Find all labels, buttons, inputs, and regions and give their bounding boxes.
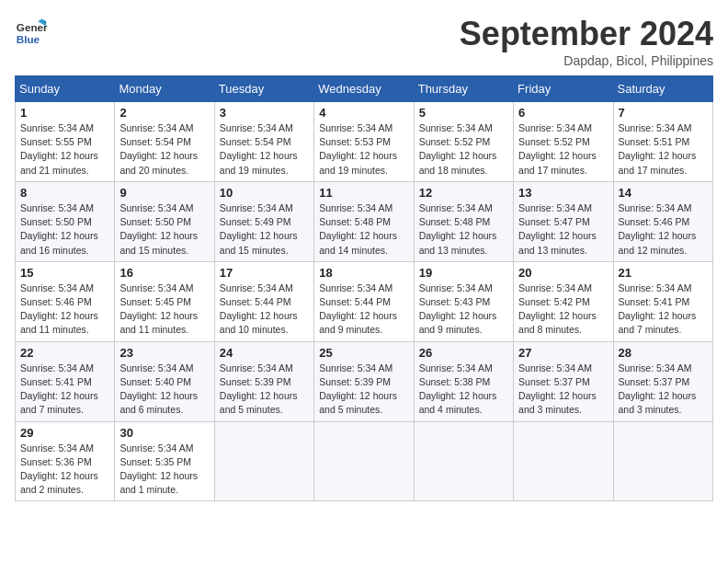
svg-text:Blue: Blue xyxy=(17,33,40,45)
calendar-cell: 21Sunrise: 5:34 AMSunset: 5:41 PMDayligh… xyxy=(613,261,712,341)
day-number: 10 xyxy=(220,186,309,200)
day-detail: Sunrise: 5:34 AMSunset: 5:50 PMDaylight:… xyxy=(119,201,209,258)
day-detail: Sunrise: 5:34 AMSunset: 5:44 PMDaylight:… xyxy=(220,282,309,338)
week-row-2: 8Sunrise: 5:34 AMSunset: 5:50 PMDaylight… xyxy=(16,181,713,261)
day-detail: Sunrise: 5:34 AMSunset: 5:36 PMDaylight:… xyxy=(20,442,109,498)
day-detail: Sunrise: 5:34 AMSunset: 5:41 PMDaylight:… xyxy=(619,282,708,338)
day-number: 3 xyxy=(220,106,309,120)
day-detail: Sunrise: 5:34 AMSunset: 5:53 PMDaylight:… xyxy=(319,121,408,178)
calendar-cell: 5Sunrise: 5:34 AMSunset: 5:52 PMDaylight… xyxy=(414,102,513,182)
week-row-1: 1Sunrise: 5:34 AMSunset: 5:55 PMDaylight… xyxy=(16,102,713,182)
day-number: 22 xyxy=(20,346,109,360)
calendar-cell: 10Sunrise: 5:34 AMSunset: 5:49 PMDayligh… xyxy=(214,181,313,261)
day-number: 14 xyxy=(619,186,708,200)
weekday-header-monday: Monday xyxy=(115,76,214,102)
calendar-cell xyxy=(214,421,313,501)
calendar-cell: 24Sunrise: 5:34 AMSunset: 5:39 PMDayligh… xyxy=(214,341,313,421)
week-row-4: 22Sunrise: 5:34 AMSunset: 5:41 PMDayligh… xyxy=(16,341,713,421)
weekday-header-wednesday: Wednesday xyxy=(314,76,414,102)
day-detail: Sunrise: 5:34 AMSunset: 5:54 PMDaylight:… xyxy=(220,121,309,178)
page-header: General Blue September 2024 Dapdap, Bico… xyxy=(15,15,713,68)
calendar-cell xyxy=(414,421,513,501)
calendar-cell: 7Sunrise: 5:34 AMSunset: 5:51 PMDaylight… xyxy=(613,102,712,182)
calendar-cell: 1Sunrise: 5:34 AMSunset: 5:55 PMDaylight… xyxy=(16,102,115,182)
day-number: 23 xyxy=(119,346,209,360)
calendar-cell: 6Sunrise: 5:34 AMSunset: 5:52 PMDaylight… xyxy=(514,102,613,182)
day-detail: Sunrise: 5:34 AMSunset: 5:48 PMDaylight:… xyxy=(419,201,508,258)
day-number: 4 xyxy=(319,106,408,120)
day-number: 13 xyxy=(518,186,608,200)
calendar-cell xyxy=(514,421,613,501)
day-number: 7 xyxy=(619,106,708,120)
calendar-cell: 17Sunrise: 5:34 AMSunset: 5:44 PMDayligh… xyxy=(214,261,313,341)
day-number: 25 xyxy=(319,346,408,360)
day-detail: Sunrise: 5:34 AMSunset: 5:54 PMDaylight:… xyxy=(119,121,209,178)
title-area: September 2024 Dapdap, Bicol, Philippine… xyxy=(460,15,713,68)
day-number: 8 xyxy=(20,186,109,200)
weekday-header-sunday: Sunday xyxy=(16,76,115,102)
day-detail: Sunrise: 5:34 AMSunset: 5:46 PMDaylight:… xyxy=(619,201,708,258)
day-detail: Sunrise: 5:34 AMSunset: 5:39 PMDaylight:… xyxy=(319,362,408,418)
day-number: 30 xyxy=(119,426,209,440)
calendar-cell: 28Sunrise: 5:34 AMSunset: 5:37 PMDayligh… xyxy=(613,341,712,421)
day-detail: Sunrise: 5:34 AMSunset: 5:42 PMDaylight:… xyxy=(518,282,608,338)
day-number: 2 xyxy=(119,106,209,120)
day-number: 28 xyxy=(619,346,708,360)
calendar-cell: 26Sunrise: 5:34 AMSunset: 5:38 PMDayligh… xyxy=(414,341,513,421)
calendar-cell: 8Sunrise: 5:34 AMSunset: 5:50 PMDaylight… xyxy=(16,181,115,261)
location: Dapdap, Bicol, Philippines xyxy=(460,53,713,68)
calendar-cell: 13Sunrise: 5:34 AMSunset: 5:47 PMDayligh… xyxy=(514,181,613,261)
day-detail: Sunrise: 5:34 AMSunset: 5:47 PMDaylight:… xyxy=(518,201,608,258)
day-detail: Sunrise: 5:34 AMSunset: 5:37 PMDaylight:… xyxy=(518,362,608,418)
calendar-cell: 18Sunrise: 5:34 AMSunset: 5:44 PMDayligh… xyxy=(314,261,414,341)
calendar-cell: 27Sunrise: 5:34 AMSunset: 5:37 PMDayligh… xyxy=(514,341,613,421)
day-number: 19 xyxy=(419,266,508,280)
day-number: 20 xyxy=(518,266,608,280)
day-detail: Sunrise: 5:34 AMSunset: 5:40 PMDaylight:… xyxy=(119,362,209,418)
day-number: 9 xyxy=(119,186,209,200)
day-number: 27 xyxy=(518,346,608,360)
day-number: 1 xyxy=(20,106,109,120)
day-detail: Sunrise: 5:34 AMSunset: 5:38 PMDaylight:… xyxy=(419,362,508,418)
calendar-cell: 11Sunrise: 5:34 AMSunset: 5:48 PMDayligh… xyxy=(314,181,414,261)
day-number: 18 xyxy=(319,266,408,280)
calendar-cell: 22Sunrise: 5:34 AMSunset: 5:41 PMDayligh… xyxy=(16,341,115,421)
calendar-cell: 29Sunrise: 5:34 AMSunset: 5:36 PMDayligh… xyxy=(16,421,115,501)
day-number: 17 xyxy=(220,266,309,280)
calendar-cell xyxy=(314,421,414,501)
day-detail: Sunrise: 5:34 AMSunset: 5:41 PMDaylight:… xyxy=(20,362,109,418)
calendar-cell: 30Sunrise: 5:34 AMSunset: 5:35 PMDayligh… xyxy=(115,421,214,501)
weekday-header-saturday: Saturday xyxy=(613,76,712,102)
day-number: 11 xyxy=(319,186,408,200)
weekday-header-thursday: Thursday xyxy=(414,76,513,102)
calendar-cell: 2Sunrise: 5:34 AMSunset: 5:54 PMDaylight… xyxy=(115,102,214,182)
day-detail: Sunrise: 5:34 AMSunset: 5:50 PMDaylight:… xyxy=(20,201,109,258)
day-detail: Sunrise: 5:34 AMSunset: 5:48 PMDaylight:… xyxy=(319,201,408,258)
calendar-cell: 16Sunrise: 5:34 AMSunset: 5:45 PMDayligh… xyxy=(115,261,214,341)
calendar-cell: 20Sunrise: 5:34 AMSunset: 5:42 PMDayligh… xyxy=(514,261,613,341)
day-detail: Sunrise: 5:34 AMSunset: 5:37 PMDaylight:… xyxy=(619,362,708,418)
day-number: 21 xyxy=(619,266,708,280)
weekday-header-row: SundayMondayTuesdayWednesdayThursdayFrid… xyxy=(16,76,713,102)
calendar-cell: 19Sunrise: 5:34 AMSunset: 5:43 PMDayligh… xyxy=(414,261,513,341)
day-detail: Sunrise: 5:34 AMSunset: 5:43 PMDaylight:… xyxy=(419,282,508,338)
calendar-table: SundayMondayTuesdayWednesdayThursdayFrid… xyxy=(15,75,713,501)
calendar-cell: 9Sunrise: 5:34 AMSunset: 5:50 PMDaylight… xyxy=(115,181,214,261)
day-number: 26 xyxy=(419,346,508,360)
calendar-cell: 15Sunrise: 5:34 AMSunset: 5:46 PMDayligh… xyxy=(16,261,115,341)
logo-icon: General Blue xyxy=(15,15,48,48)
day-number: 15 xyxy=(20,266,109,280)
day-detail: Sunrise: 5:34 AMSunset: 5:46 PMDaylight:… xyxy=(20,282,109,338)
calendar-cell: 23Sunrise: 5:34 AMSunset: 5:40 PMDayligh… xyxy=(115,341,214,421)
logo: General Blue xyxy=(15,15,48,48)
weekday-header-tuesday: Tuesday xyxy=(214,76,313,102)
day-detail: Sunrise: 5:34 AMSunset: 5:35 PMDaylight:… xyxy=(119,442,209,498)
day-detail: Sunrise: 5:34 AMSunset: 5:49 PMDaylight:… xyxy=(220,201,309,258)
day-detail: Sunrise: 5:34 AMSunset: 5:52 PMDaylight:… xyxy=(419,121,508,178)
day-detail: Sunrise: 5:34 AMSunset: 5:44 PMDaylight:… xyxy=(319,282,408,338)
calendar-cell: 4Sunrise: 5:34 AMSunset: 5:53 PMDaylight… xyxy=(314,102,414,182)
calendar-cell: 3Sunrise: 5:34 AMSunset: 5:54 PMDaylight… xyxy=(214,102,313,182)
day-detail: Sunrise: 5:34 AMSunset: 5:52 PMDaylight:… xyxy=(518,121,608,178)
day-detail: Sunrise: 5:34 AMSunset: 5:39 PMDaylight:… xyxy=(220,362,309,418)
day-detail: Sunrise: 5:34 AMSunset: 5:51 PMDaylight:… xyxy=(619,121,708,178)
